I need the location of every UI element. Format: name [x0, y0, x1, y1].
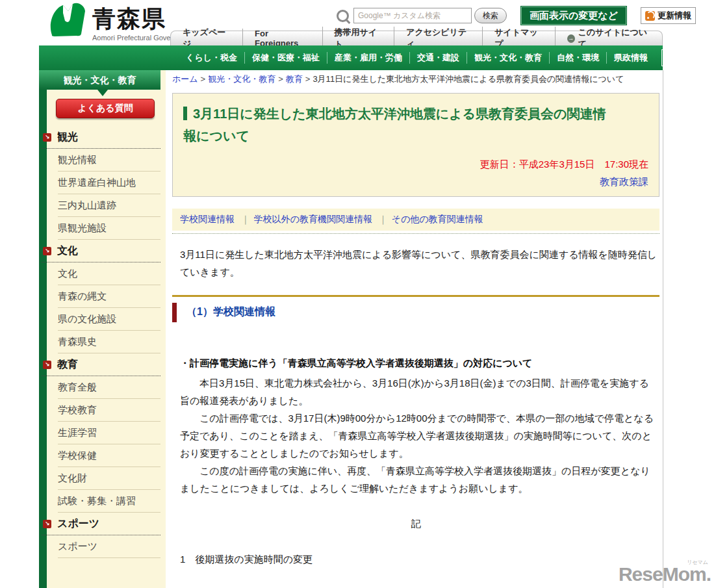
- sidebar-item-shogai-gakushu[interactable]: 生涯学習: [58, 422, 160, 444]
- sidebar-item-kenshi[interactable]: 青森県史: [58, 331, 160, 353]
- nav-sangyo-koyo-rodo[interactable]: 産業・雇用・労働: [327, 52, 409, 64]
- page-title: 3月11日に発生した東北地方太平洋沖地震による県教育委員会の関連情報について: [183, 103, 609, 147]
- sidebar-item-shirakami[interactable]: 世界遺産白神山地: [58, 172, 160, 194]
- rss-update-link[interactable]: 更新情報: [641, 7, 696, 24]
- sidebar-section-label: 文化: [57, 244, 78, 258]
- sidebar-section-label: 観光: [57, 131, 78, 144]
- header-search-row: 検索 画面表示の変更など 更新情報: [337, 6, 696, 25]
- sidebar-item-kyoiku-zenpan[interactable]: 教育全般: [58, 376, 160, 399]
- sidebar-section-kanko[interactable]: ↘ 観光: [42, 126, 160, 149]
- display-settings-button[interactable]: 画面表示の変更など: [521, 6, 626, 25]
- main-nav: くらし・税金 保健・医療・福祉 産業・雇用・労働 交通・建設 観光・文化・教育 …: [39, 45, 663, 70]
- nav-kurashi-zeikin[interactable]: くらし・税金: [179, 52, 244, 64]
- updated-date: 更新日：平成23年3月15日 17:30現在: [183, 159, 648, 171]
- department-link[interactable]: 教育政策課: [600, 176, 648, 187]
- anchor-links-bar: 学校関連情報 学校以外の教育機関関連情報 その他の教育関連情報: [172, 209, 659, 231]
- sidebar-section-label: 教育: [57, 358, 78, 372]
- sidebar-item-bunka-shisetsu[interactable]: 県の文化施設: [58, 308, 160, 331]
- paragraph: この度の計画停電の実施に伴い、再度、「青森県立高等学校入学者選抜後期選抜」の日程…: [180, 462, 658, 497]
- breadcrumb-home[interactable]: ホーム: [172, 74, 198, 84]
- paragraph: 本日3月15日、東北電力株式会社から、3月16日(水)から3月18日(金)までの…: [180, 374, 658, 409]
- arrow-icon: ↘: [43, 361, 51, 369]
- sidebar-item-jomon[interactable]: 青森の縄文: [58, 285, 160, 308]
- numbered-item: 1 後期選抜の実施時間の変更: [180, 554, 663, 566]
- watermark-ruby: リセマム: [687, 559, 708, 566]
- topic-title: ・計画停電実施に伴う「青森県立高等学校入学者選抜後期選抜」の対応について: [180, 357, 663, 370]
- breadcrumb-category[interactable]: 観光・文化・教育: [208, 74, 275, 84]
- sidebar-section-kyoiku[interactable]: ↘ 教育: [42, 353, 160, 376]
- search-input[interactable]: [353, 8, 472, 23]
- dotted-separator: [172, 233, 659, 234]
- sidebar-menu: ↘ 観光 観光情報 世界遺産白神山地 三内丸山遺跡 県観光施設 ↘ 文化 文化 …: [42, 126, 160, 558]
- paragraph: この計画停電では、3月17日(木)9時00分から12時00分までの時間帯で、本県…: [180, 409, 658, 462]
- nav-kanko-bunka-kyoiku[interactable]: 観光・文化・教育: [467, 52, 549, 64]
- sidebar-item-kanko-joho[interactable]: 観光情報: [58, 149, 160, 172]
- page: 青森県 Aomori Prefectural Government 検索 画面表…: [0, 0, 716, 588]
- rss-icon: [645, 11, 655, 21]
- arrow-icon: ↘: [43, 133, 51, 142]
- nav-kotsu-kensetsu[interactable]: 交通・建設: [409, 52, 467, 64]
- sidebar-item-kenkanko[interactable]: 県観光施設: [58, 217, 160, 240]
- utility-nav: キッズページ For Foreigners 携帯用サイト アクセシビリティ サイ…: [170, 31, 663, 45]
- nav-shizen-kankyo[interactable]: 自然・環境: [549, 52, 606, 64]
- nav-hoken-iryo-fukushi[interactable]: 保健・医療・福祉: [244, 52, 327, 64]
- anchor-other-institutions[interactable]: 学校以外の教育機関関連情報: [237, 214, 372, 224]
- anchor-other-education[interactable]: その他の教育関連情報: [375, 214, 483, 224]
- anchor-school-info[interactable]: 学校関連情報: [180, 214, 235, 224]
- breadcrumb-current: 3月11日に発生した東北地方太平洋沖地震による県教育委員会の関連情報について: [313, 74, 624, 84]
- sidebar-item-sports[interactable]: スポーツ: [58, 535, 160, 558]
- section-top-border: [172, 295, 659, 297]
- faq-button[interactable]: よくある質問: [56, 99, 155, 118]
- sidebar-section-label: スポーツ: [57, 517, 99, 531]
- department-link-row: 教育政策課: [183, 176, 648, 188]
- sidebar-section-bunka[interactable]: ↘ 文化: [42, 240, 160, 262]
- sidebar-item-gakko-hoken[interactable]: 学校保健: [58, 444, 160, 467]
- section-heading: （1）学校関連情報: [172, 303, 663, 322]
- breadcrumb-separator: >: [275, 74, 286, 84]
- sidebar-section-sports[interactable]: ↘ スポーツ: [42, 513, 160, 535]
- main-content: ホーム>観光・文化・教育>教育>3月11日に発生した東北地方太平洋沖地震による県…: [172, 73, 663, 566]
- sidebar-item-gakko-kyoiku[interactable]: 学校教育: [58, 399, 160, 422]
- sidebar-category-header[interactable]: 観光・文化・教育: [39, 70, 160, 90]
- search-icon: [337, 10, 349, 22]
- sidebar: 観光・文化・教育 よくある質問 ↘ 観光 観光情報 世界遺産白神山地 三内丸山遺…: [39, 70, 166, 588]
- body-text: 本日3月15日、東北電力株式会社から、3月16日(水)から3月18日(金)までの…: [180, 374, 658, 497]
- circle-arrow-icon: →: [567, 34, 575, 43]
- nav-kensei-joho[interactable]: 県政情報: [606, 52, 655, 64]
- breadcrumb-separator: >: [198, 74, 209, 84]
- sidebar-item-bunkazai[interactable]: 文化財: [58, 467, 160, 490]
- breadcrumb-separator: >: [303, 74, 313, 84]
- record-mark: 記: [172, 518, 659, 530]
- nav-soshiki-search[interactable]: 組織でさがす: [661, 49, 716, 66]
- sidebar-item-bunka[interactable]: 文化: [58, 262, 160, 285]
- article-title-box: 3月11日に発生した東北地方太平洋沖地震による県教育委員会の関連情報について 更…: [172, 93, 659, 197]
- arrow-icon: ↘: [43, 520, 51, 528]
- sidebar-item-shiken-boshu[interactable]: 試験・募集・講習: [58, 490, 160, 513]
- rss-label: 更新情報: [658, 10, 691, 21]
- content-right-border: [663, 70, 663, 588]
- breadcrumb-subcategory[interactable]: 教育: [286, 74, 303, 84]
- arrow-icon: ↘: [43, 247, 51, 255]
- watermark-text: ReseMom.: [619, 563, 711, 585]
- intro-paragraph: 3月11日に発生した東北地方太平洋沖地震による影響等について、県教育委員会に関連…: [180, 246, 658, 281]
- search-button[interactable]: 検索: [474, 8, 507, 23]
- sidebar-item-sannai[interactable]: 三内丸山遺跡: [58, 194, 160, 217]
- breadcrumb: ホーム>観光・文化・教育>教育>3月11日に発生した東北地方太平洋沖地震による県…: [172, 73, 663, 85]
- aomori-logo-icon: [47, 3, 87, 36]
- watermark: リセマム ReseMom.: [619, 563, 711, 585]
